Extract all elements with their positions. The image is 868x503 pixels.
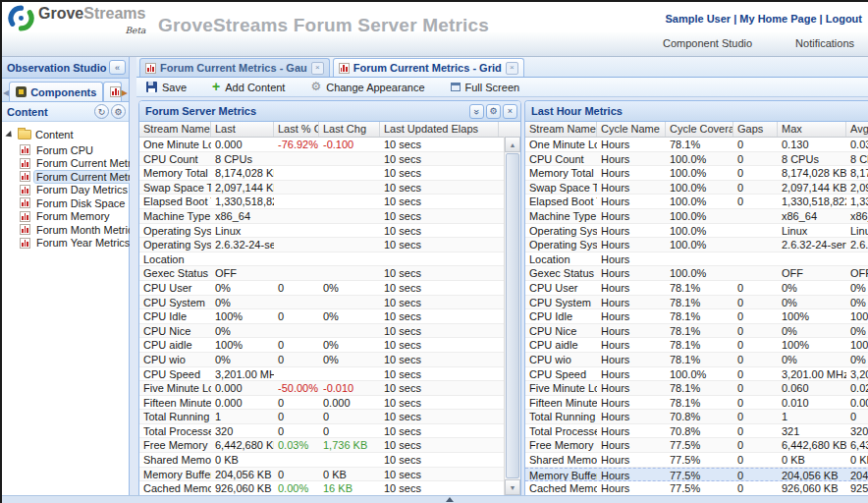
- column-header[interactable]: Stream Name: [139, 122, 211, 137]
- cell: 77.5%: [666, 438, 733, 452]
- user-links[interactable]: Sample User | My Home Page | Logout: [665, 13, 862, 25]
- table-row[interactable]: Memory Total8,174,028 KB10 secs: [139, 166, 520, 181]
- tab-scroll-right-icon[interactable]: ▶: [122, 84, 128, 101]
- table-row[interactable]: CPU Count8 CPUs10 secs: [139, 152, 520, 167]
- column-header[interactable]: Max: [778, 122, 846, 137]
- table-row[interactable]: Operating SystemHours100.0%LinuxLinux: [525, 224, 868, 239]
- save-button[interactable]: Save: [146, 82, 187, 93]
- table-row[interactable]: One Minute Lo...0.000-76.92%-0.10010 sec…: [139, 138, 520, 152]
- table-row[interactable]: Cached MemoryHours77.5%0926,060 KB925,9: [525, 481, 868, 496]
- collapse-sidebar-button[interactable]: «: [109, 60, 126, 75]
- gear-icon[interactable]: ⚙: [486, 104, 501, 119]
- sidebar-splitter[interactable]: [130, 57, 136, 495]
- gear-icon[interactable]: ⚙: [111, 104, 126, 119]
- table-row[interactable]: Location: [139, 252, 520, 267]
- tree-item[interactable]: Forum Current Metrics ...: [6, 170, 129, 184]
- table-row[interactable]: Total Running ...10010 secs: [139, 410, 520, 424]
- expand-south-icon[interactable]: [446, 497, 454, 502]
- table-row[interactable]: CPU User0%00%10 secs: [139, 281, 520, 296]
- table-row[interactable]: CPU aidle100%00%10 secs: [139, 338, 520, 353]
- close-icon[interactable]: ×: [506, 62, 518, 75]
- table-row[interactable]: CPU SystemHours78.1%00%0%: [525, 296, 868, 310]
- tree-item[interactable]: Forum Disk Space: [6, 196, 129, 210]
- table-row[interactable]: Operating Syst...Hours100.0%2.6.32-24-se…: [525, 238, 868, 252]
- table-row[interactable]: Memory BuffersHours77.5%0204,056 KB204,0: [525, 468, 868, 482]
- table-row[interactable]: Free MemoryHours77.5%06,442,680 KB6,436,: [525, 438, 868, 453]
- table-row[interactable]: CPU NiceHours78.1%00%0%: [525, 324, 868, 339]
- table-row[interactable]: Five Minute Lo...0.000-50.00%-0.01010 se…: [139, 381, 520, 396]
- add-content-button[interactable]: + Add Content: [212, 82, 285, 93]
- column-header[interactable]: Stream Name: [525, 122, 597, 137]
- tab-forum-current-metrics-grid[interactable]: Forum Current Metrics - Grid ×: [333, 58, 524, 77]
- tree-item[interactable]: Forum CPU: [6, 143, 129, 157]
- tree-item[interactable]: Forum Year Metrics - G...: [6, 237, 129, 251]
- table-row[interactable]: CPU wioHours78.1%00%0%: [525, 353, 868, 367]
- change-appearance-button[interactable]: ⚙ Change Appearance: [310, 82, 424, 93]
- close-icon[interactable]: ×: [311, 62, 324, 75]
- table-row[interactable]: CPU Speed3,201.00 MHz10 secs: [139, 367, 520, 382]
- table-row[interactable]: Total ProcessesHours70.8%0321320: [525, 424, 868, 439]
- column-header[interactable]: Cycle Name: [597, 122, 666, 137]
- table-row[interactable]: Fifteen Minute ...Hours78.1%00.0100.002: [525, 396, 868, 411]
- refresh-icon[interactable]: ↻: [94, 104, 109, 119]
- table-row[interactable]: Machine TypeHours100.0%x86_64x86_64: [525, 209, 868, 224]
- column-header[interactable]: Last Chg: [319, 122, 380, 137]
- column-header[interactable]: Last: [211, 122, 274, 137]
- nav-notifications[interactable]: Notifications: [795, 37, 854, 49]
- table-row[interactable]: CPU Nice0%10 secs: [139, 324, 520, 339]
- table-row[interactable]: One Minute Lo...Hours78.1%00.1300.033: [525, 138, 868, 152]
- table-row[interactable]: Total Processes3200010 secs: [139, 424, 520, 439]
- column-header[interactable]: Last % Chg: [274, 122, 319, 137]
- table-row[interactable]: Free Memory6,442,680 KB0.03%1,736 KB10 s…: [139, 438, 520, 453]
- scrollbar-thumb[interactable]: [506, 153, 519, 478]
- nav-component-studio[interactable]: Component Studio: [663, 37, 752, 49]
- full-screen-button[interactable]: Full Screen: [451, 82, 520, 93]
- table-row[interactable]: Memory TotalHours100.0%08,174,028 KB8,17…: [525, 166, 868, 181]
- table-row[interactable]: Elapsed Boot Ti...1,330,518,82...10 secs: [139, 195, 520, 209]
- table-row[interactable]: Five Minute Lo...Hours78.1%00.0600.027: [525, 381, 868, 396]
- tree-item[interactable]: Forum Memory: [6, 210, 129, 224]
- tab-charts-partial[interactable]: [103, 82, 121, 101]
- column-header[interactable]: Last Updated Elaps: [380, 122, 499, 137]
- table-row[interactable]: CPU Idle100%00%10 secs: [139, 309, 520, 324]
- tree-item[interactable]: Forum Current Metrics ...: [6, 157, 129, 171]
- table-row[interactable]: Gexec StatusOFF10 secs: [139, 266, 520, 281]
- cell: 0: [733, 309, 778, 323]
- tree-item[interactable]: Forum Day Metrics - Gr...: [6, 184, 129, 197]
- table-row[interactable]: Shared Memory0 KB10 secs: [139, 453, 520, 468]
- tree-root[interactable]: Content: [6, 128, 129, 141]
- vertical-scrollbar[interactable]: ▲ ▼: [504, 137, 520, 495]
- tab-forum-current-metrics-gau[interactable]: Forum Current Metrics - Gau ×: [139, 58, 330, 77]
- expander-icon[interactable]: [5, 130, 14, 139]
- table-row[interactable]: Total Running ...Hours70.8%010: [525, 410, 868, 424]
- table-row[interactable]: Elapsed Boot Ti...Hours100.0%01,330,518,…: [525, 195, 868, 209]
- table-row[interactable]: Swap Space TotalHours100.0%02,097,144 KB…: [525, 181, 868, 196]
- column-header[interactable]: Cycle Coverage: [666, 122, 733, 137]
- close-icon[interactable]: ×: [503, 104, 517, 119]
- column-header[interactable]: Gaps: [733, 122, 778, 137]
- table-row[interactable]: Cached Memory926,060 KB0.00%16 KB10 secs: [139, 481, 520, 496]
- scroll-down-icon[interactable]: ▼: [505, 479, 520, 495]
- table-row[interactable]: CPU UserHours78.1%00%0%: [525, 281, 868, 296]
- table-row[interactable]: CPU SpeedHours100.0%03,201.00 MHz3,201.: [525, 367, 868, 382]
- table-row[interactable]: Machine Typex86_6410 secs: [139, 209, 520, 224]
- column-header[interactable]: Avg: [846, 122, 868, 137]
- table-row[interactable]: Gexec StatusHours100.0%OFFOFF: [525, 266, 868, 281]
- tree-item[interactable]: Forum Month Metrics - ...: [6, 223, 129, 237]
- table-row[interactable]: CPU IdleHours78.1%0100%100%: [525, 309, 868, 324]
- table-row[interactable]: LocationHours: [525, 252, 868, 267]
- table-row[interactable]: Operating Syst...2.6.32-24-se...10 secs: [139, 238, 520, 252]
- collapse-panel-icon[interactable]: »: [469, 104, 484, 119]
- table-row[interactable]: Swap Space Total2,097,144 KB10 secs: [139, 181, 520, 196]
- scroll-up-icon[interactable]: ▲: [505, 137, 520, 152]
- table-row[interactable]: Shared MemoryHours77.5%00 KB0 KB: [525, 453, 868, 468]
- cell: 0.00%: [274, 481, 319, 495]
- table-row[interactable]: CPU wio0%00%10 secs: [139, 353, 520, 367]
- table-row[interactable]: CPU System0%10 secs: [139, 296, 520, 310]
- table-row[interactable]: CPU aidleHours78.1%0100%100%: [525, 338, 868, 353]
- table-row[interactable]: CPU CountHours100.0%08 CPUs8 CPUs: [525, 152, 868, 167]
- table-row[interactable]: Operating SystemLinux10 secs: [139, 224, 520, 239]
- table-row[interactable]: Memory Buffers204,056 KB00 KB10 secs: [139, 468, 520, 482]
- table-row[interactable]: Fifteen Minute ...0.00000.00010 secs: [139, 396, 520, 411]
- tab-components[interactable]: Components: [9, 82, 103, 101]
